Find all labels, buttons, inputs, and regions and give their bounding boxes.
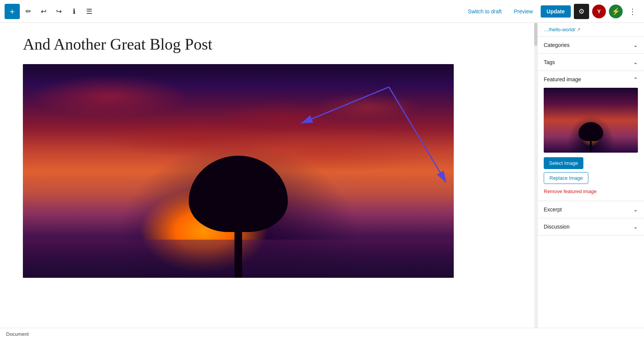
tags-chevron-icon: ⌄ [633,59,638,65]
toolbar: ＋ ✏ ↩ ↪ ℹ ☰ Switch to draft Preview Upda… [0,0,644,23]
excerpt-section: Excerpt ⌄ [538,201,644,218]
featured-image-title: Featured image [544,76,581,82]
discussion-chevron-icon: ⌄ [633,224,638,230]
featured-image-thumbnail[interactable] [544,88,638,153]
document-label: Document [6,331,29,337]
info-button[interactable]: ℹ [67,5,81,18]
excerpt-chevron-icon: ⌄ [633,206,638,213]
discussion-section: Discussion ⌄ [538,218,644,235]
post-title[interactable]: And Another Great Blog Post [23,35,511,53]
sunset-bg [23,64,454,278]
performance-button[interactable]: ⚡ [609,5,623,18]
thumb-tree [578,122,604,153]
select-image-button[interactable]: Select Image [544,157,583,169]
yoast-seo-button[interactable]: Y [592,5,606,18]
tree-top [189,156,288,232]
status-bar: Document [0,328,644,340]
link-text: …/hello-world/ [544,27,575,32]
tags-section: Tags ⌄ [538,54,644,71]
tree-silhouette [185,156,292,278]
more-options-button[interactable]: ⋮ [626,5,639,18]
switch-to-draft-button[interactable]: Switch to draft [463,5,506,18]
featured-image-chevron-icon: ⌄ [633,76,638,82]
thumb-tree-top [578,122,603,141]
main-featured-image[interactable] [23,64,454,278]
tags-header[interactable]: Tags ⌄ [538,54,644,71]
undo-icon: ↩ [41,7,47,16]
external-link-icon: ↗ [577,27,580,32]
replace-image-button[interactable]: Replace Image [544,172,588,184]
editor-scrollbar[interactable] [534,23,537,328]
featured-image-section: Featured image ⌄ Select Image Replace Im… [538,71,644,201]
update-button[interactable]: Update [541,5,571,18]
sidebar: …/hello-world/ ↗ Categories ⌄ Tags ⌄ Fea… [537,23,644,328]
remove-featured-image-button[interactable]: Remove featured image [544,189,597,194]
featured-image-header[interactable]: Featured image ⌄ [538,71,644,88]
list-view-button[interactable]: ☰ [82,5,96,18]
excerpt-header[interactable]: Excerpt ⌄ [538,201,644,218]
discussion-header[interactable]: Discussion ⌄ [538,218,644,235]
gear-icon: ⚙ [578,7,585,16]
plus-icon: ＋ [8,6,16,17]
main-area: And Another Great Blog Post [0,23,644,328]
categories-section: Categories ⌄ [538,37,644,54]
settings-button[interactable]: ⚙ [574,4,589,19]
editor-area[interactable]: And Another Great Blog Post [0,23,534,328]
redo-icon: ↪ [56,7,62,16]
sidebar-link-area: …/hello-world/ ↗ [538,23,644,37]
add-block-button[interactable]: ＋ [5,4,20,19]
redo-button[interactable]: ↪ [52,5,66,18]
thumb-tree-trunk [590,139,592,153]
toolbar-left: ＋ ✏ ↩ ↪ ℹ ☰ [5,4,462,19]
info-icon: ℹ [73,7,75,16]
excerpt-title: Excerpt [544,206,562,213]
scrollbar-thumb[interactable] [534,23,537,46]
tree-trunk [234,224,242,278]
categories-header[interactable]: Categories ⌄ [538,37,644,53]
undo-button[interactable]: ↩ [37,5,50,18]
pencil-icon: ✏ [26,7,31,16]
bolt-icon: ⚡ [612,7,620,16]
list-icon: ☰ [86,7,92,16]
discussion-title: Discussion [544,224,570,230]
yoast-icon: Y [597,8,601,15]
post-link[interactable]: …/hello-world/ ↗ [544,27,638,32]
featured-image-content: Select Image Replace Image Remove featur… [538,88,644,201]
tags-title: Tags [544,59,555,65]
toolbar-right: Switch to draft Preview Update ⚙ Y ⚡ ⋮ [463,4,639,19]
categories-title: Categories [544,42,570,48]
preview-button[interactable]: Preview [509,5,538,18]
tools-button[interactable]: ✏ [21,5,35,18]
categories-chevron-icon: ⌄ [633,42,638,48]
